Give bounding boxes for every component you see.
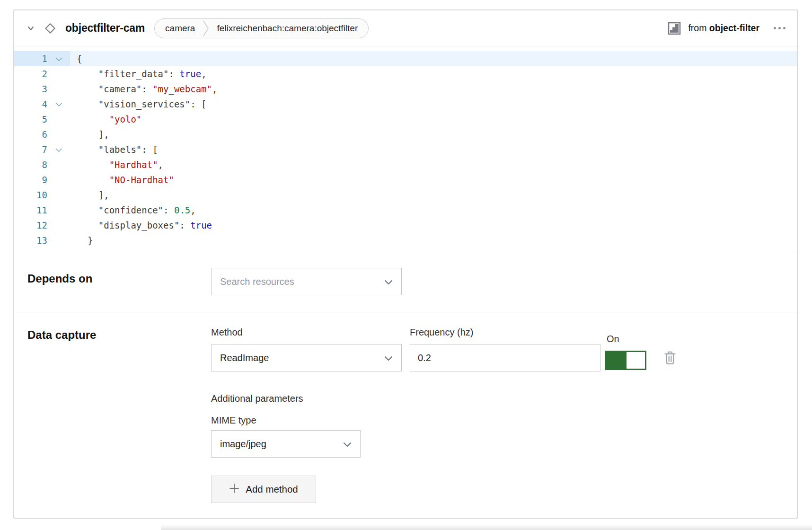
code-line-content: "camera": "my_webcam", xyxy=(70,81,797,97)
mime-type-select[interactable]: image/jpeg xyxy=(211,430,361,458)
component-name: objectfilter-cam xyxy=(65,22,145,35)
fold-chevron-icon[interactable] xyxy=(47,51,70,66)
code-line-content: { xyxy=(70,51,797,66)
from-prefix: from xyxy=(688,23,709,33)
code-line-content: "yolo" xyxy=(70,112,797,127)
code-line-content: "filter_data": true, xyxy=(70,66,797,81)
capture-on-toggle[interactable] xyxy=(605,351,646,370)
fold-spacer xyxy=(47,233,70,248)
editor-line-4[interactable]: 4 "vision_services": [ xyxy=(14,97,797,112)
fold-spacer xyxy=(47,203,70,218)
line-number: 2 xyxy=(14,66,47,81)
editor-line-7[interactable]: 7 "labels": [ xyxy=(14,142,797,157)
page-bottom-shadow xyxy=(161,524,812,530)
method-value: ReadImage xyxy=(220,353,269,363)
editor-line-11[interactable]: 11 "confidence": 0.5, xyxy=(14,203,797,218)
line-number: 6 xyxy=(14,127,47,142)
plus-icon xyxy=(229,483,239,496)
line-number: 12 xyxy=(14,218,47,233)
mime-type-value: image/jpeg xyxy=(220,439,266,450)
chevron-down-icon xyxy=(384,353,393,363)
add-method-button[interactable]: Add method xyxy=(211,476,316,503)
additional-parameters-label: Additional parameters xyxy=(211,393,303,404)
search-resources-placeholder: Search resources xyxy=(220,276,294,287)
depends-on-heading: Depends on xyxy=(27,272,92,285)
editor-line-8[interactable]: 8 "Hardhat", xyxy=(14,157,797,172)
depends-on-search-select[interactable]: Search resources xyxy=(211,268,402,295)
fold-spacer xyxy=(47,172,70,187)
toggle-knob xyxy=(627,352,645,369)
frequency-input[interactable] xyxy=(410,344,600,371)
overflow-menu-icon[interactable] xyxy=(774,27,786,29)
data-capture-section: Data capture Method Frequency (hz) On Re… xyxy=(14,312,797,518)
editor-line-10[interactable]: 10 ], xyxy=(14,187,797,203)
component-card: objectfilter-cam camera felixreichenbach… xyxy=(13,9,798,519)
code-line-content: "display_boxes": true xyxy=(70,218,797,233)
fold-spacer xyxy=(47,81,70,97)
page: objectfilter-cam camera felixreichenbach… xyxy=(0,0,812,530)
code-line-content: "labels": [ xyxy=(70,142,797,157)
chevron-down-icon xyxy=(343,439,352,450)
line-number: 9 xyxy=(14,172,47,187)
collapse-chevron-icon[interactable] xyxy=(26,23,36,34)
delete-method-trash-icon[interactable] xyxy=(663,350,677,367)
code-line-content: "Hardhat", xyxy=(70,157,797,172)
code-line-content: "vision_services": [ xyxy=(70,97,797,112)
line-number: 7 xyxy=(14,142,47,157)
editor-line-9[interactable]: 9 "NO-Hardhat" xyxy=(14,172,797,187)
line-number: 3 xyxy=(14,81,47,97)
header-right-group: from object-filter xyxy=(667,21,786,35)
add-method-label: Add method xyxy=(246,484,298,495)
fold-spacer xyxy=(47,112,70,127)
line-number: 13 xyxy=(14,233,47,248)
fold-spacer xyxy=(47,157,70,172)
editor-line-2[interactable]: 2 "filter_data": true, xyxy=(14,66,797,81)
frequency-label: Frequency (hz) xyxy=(410,327,474,338)
component-card-header: objectfilter-cam camera felixreichenbach… xyxy=(14,10,797,46)
method-label: Method xyxy=(211,327,243,338)
method-select[interactable]: ReadImage xyxy=(211,344,402,371)
badge-separator-chevron-icon xyxy=(203,19,209,37)
code-line-content: "confidence": 0.5, xyxy=(70,203,797,218)
line-number: 8 xyxy=(14,157,47,172)
camera-component-diamond-icon xyxy=(43,21,58,36)
editor-line-1[interactable]: 1{ xyxy=(14,51,797,66)
editor-line-6[interactable]: 6 ], xyxy=(14,127,797,142)
editor-line-3[interactable]: 3 "camera": "my_webcam", xyxy=(14,81,797,97)
fold-spacer xyxy=(47,218,70,233)
line-number: 4 xyxy=(14,97,47,112)
component-type: camera xyxy=(165,23,195,34)
line-number: 1 xyxy=(14,51,47,66)
code-editor[interactable]: 1{2 "filter_data": true,3 "camera": "my_… xyxy=(14,46,797,252)
chevron-down-icon xyxy=(384,276,393,287)
fold-spacer xyxy=(47,127,70,142)
editor-line-5[interactable]: 5 "yolo" xyxy=(14,112,797,127)
component-model: felixreichenbach:camera:objectfilter xyxy=(217,23,358,34)
component-type-model-badge: camera felixreichenbach:camera:objectfil… xyxy=(154,18,369,38)
from-module-text: from object-filter xyxy=(688,23,759,34)
module-name: object-filter xyxy=(709,23,759,33)
editor-line-13[interactable]: 13 } xyxy=(14,233,797,248)
code-line-content: } xyxy=(70,233,797,248)
code-line-content: ], xyxy=(70,127,797,142)
capture-on-label: On xyxy=(607,334,619,344)
line-number: 5 xyxy=(14,112,47,127)
depends-on-section: Depends on Search resources xyxy=(14,252,797,312)
fold-chevron-icon[interactable] xyxy=(47,97,70,112)
code-line-content: ], xyxy=(70,187,797,203)
module-icon xyxy=(667,21,681,35)
line-number: 10 xyxy=(14,187,47,203)
editor-line-12[interactable]: 12 "display_boxes": true xyxy=(14,218,797,233)
mime-type-label: MIME type xyxy=(211,415,256,426)
line-number: 11 xyxy=(14,203,47,218)
fold-spacer xyxy=(47,66,70,81)
data-capture-heading: Data capture xyxy=(27,328,96,342)
fold-spacer xyxy=(47,187,70,203)
fold-chevron-icon[interactable] xyxy=(47,142,70,157)
code-line-content: "NO-Hardhat" xyxy=(70,172,797,187)
